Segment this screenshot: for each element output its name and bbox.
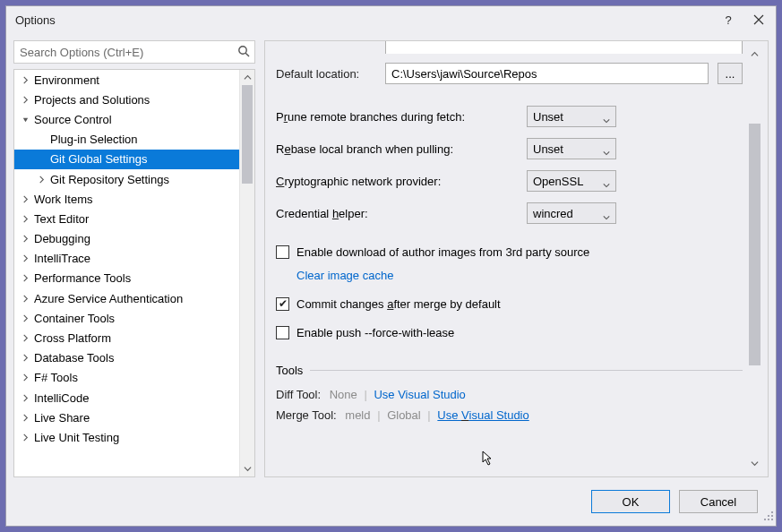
tree-expander-icon[interactable] — [20, 432, 30, 442]
tree-item[interactable]: IntelliTrace — [14, 249, 239, 269]
svg-point-0 — [239, 47, 246, 54]
section-divider — [310, 370, 743, 371]
resize-grip-icon[interactable] — [763, 511, 774, 524]
scroll-up-icon[interactable] — [747, 47, 762, 62]
tree-expander-icon[interactable] — [20, 74, 30, 85]
clear-image-cache-link[interactable]: Clear image cache — [296, 269, 393, 282]
tree-item[interactable]: Cross Platform — [14, 328, 239, 348]
cred-combo-value: wincred — [533, 207, 573, 220]
scroll-thumb[interactable] — [749, 124, 761, 365]
tree-item[interactable]: Container Tools — [14, 308, 239, 328]
tree-item[interactable]: Git Repository Settings — [14, 169, 239, 189]
tree-item[interactable]: F# Tools — [14, 368, 239, 388]
tree-item[interactable]: Plug-in Selection — [14, 130, 239, 150]
tree-item[interactable]: Text Editor — [14, 209, 239, 228]
tree-expander-icon[interactable] — [20, 193, 30, 204]
options-dialog: Options ? EnvironmentProjects and Soluti… — [5, 5, 777, 527]
tree-item-label: IntelliCode — [34, 391, 89, 405]
search-icon[interactable] — [237, 45, 250, 60]
search-box — [13, 40, 255, 64]
titlebar: Options ? — [6, 6, 776, 33]
tree-item[interactable]: Azure Service Authentication — [14, 288, 239, 308]
tree-item-label: Container Tools — [34, 312, 115, 325]
cred-label: Credential helper: — [276, 207, 527, 220]
ok-button[interactable]: OK — [591, 490, 670, 513]
author-images-checkbox[interactable] — [276, 245, 289, 259]
close-button[interactable] — [743, 8, 774, 31]
merge-tool-scope: Global — [387, 408, 421, 422]
tree-item-label: Git Repository Settings — [50, 173, 169, 186]
help-button[interactable]: ? — [713, 8, 743, 31]
cancel-button[interactable]: Cancel — [679, 490, 758, 513]
tree-item[interactable]: Live Share — [14, 408, 239, 427]
scroll-up-icon[interactable] — [240, 70, 254, 85]
tree-expander-icon[interactable] — [20, 253, 30, 264]
crypto-combo[interactable]: OpenSSL — [527, 170, 616, 192]
merge-tool-value: meld — [345, 408, 370, 422]
chevron-down-icon — [603, 210, 610, 224]
tree-item[interactable]: Live Unit Testing — [14, 427, 239, 447]
tree-expander-icon[interactable] — [36, 154, 47, 165]
tree-expander-icon[interactable] — [20, 412, 30, 423]
prune-label: Prune remote branches during fetch: — [276, 110, 527, 124]
tree-expander-icon[interactable] — [20, 213, 30, 224]
tree-expander-icon[interactable] — [20, 94, 30, 105]
chevron-down-icon — [603, 114, 610, 127]
panel-scrollbar[interactable] — [747, 47, 762, 471]
tree-item-label: Plug-in Selection — [50, 133, 138, 146]
tree-item-label: Source Control — [34, 113, 112, 126]
tree-item[interactable]: Database Tools — [14, 348, 239, 368]
default-location-input[interactable] — [385, 63, 709, 84]
cred-combo[interactable]: wincred — [527, 202, 616, 224]
tree-item[interactable]: Git Global Settings — [14, 150, 239, 169]
tree-expander-icon[interactable] — [20, 313, 30, 323]
tree-item[interactable]: Debugging — [14, 229, 239, 249]
diff-use-vs-link[interactable]: Use Visual Studio — [374, 388, 465, 401]
tree-item-label: F# Tools — [34, 371, 78, 384]
tree-expander-icon[interactable] — [36, 174, 47, 184]
email-field-clipped[interactable] — [385, 40, 743, 54]
merge-use-vs-link[interactable]: Use Visual Studio — [437, 408, 528, 422]
tree-expander-icon[interactable] — [20, 273, 30, 284]
tree-scrollbar[interactable] — [239, 70, 254, 476]
tree-item-label: Database Tools — [34, 351, 114, 365]
svg-point-3 — [771, 515, 773, 517]
force-with-lease-label: Enable push --force-with-lease — [296, 326, 454, 339]
crypto-combo-value: OpenSSL — [533, 175, 583, 188]
merge-tool-label: Merge Tool: — [276, 408, 337, 422]
force-with-lease-checkbox[interactable] — [276, 326, 289, 339]
search-input[interactable] — [13, 40, 255, 64]
tree-item[interactable]: IntelliCode — [14, 388, 239, 408]
scroll-down-icon[interactable] — [240, 461, 254, 476]
chevron-down-icon — [603, 146, 610, 159]
tree-expander-icon[interactable] — [20, 333, 30, 344]
browse-button[interactable]: ... — [718, 63, 743, 84]
tree-expander-icon[interactable] — [20, 293, 30, 304]
tree-item[interactable]: Source Control — [14, 109, 239, 129]
tree-expander-icon[interactable] — [20, 234, 30, 245]
scroll-thumb[interactable] — [242, 85, 253, 184]
tree-item[interactable]: Environment — [14, 70, 239, 90]
settings-panel: Default location: ... Prune remote branc… — [264, 40, 769, 477]
tree-item-label: Git Global Settings — [50, 152, 147, 166]
tree-item[interactable]: Projects and Solutions — [14, 90, 239, 109]
rebase-combo[interactable]: Unset — [527, 138, 616, 159]
svg-point-1 — [771, 519, 773, 520]
prune-combo[interactable]: Unset — [527, 106, 616, 127]
cancel-label: Cancel — [700, 495, 736, 509]
scroll-down-icon[interactable] — [747, 456, 762, 471]
tree-expander-icon[interactable] — [20, 373, 30, 383]
chevron-down-icon — [603, 178, 610, 192]
tree-item[interactable]: Performance Tools — [14, 269, 239, 288]
tree-expander-icon[interactable] — [20, 114, 30, 124]
left-pane: EnvironmentProjects and SolutionsSource … — [13, 40, 255, 477]
default-location-label: Default location: — [276, 67, 376, 81]
tree-expander-icon[interactable] — [36, 134, 47, 145]
commit-after-merge-checkbox[interactable] — [276, 297, 289, 311]
tree-item-label: Debugging — [34, 232, 90, 245]
tree-expander-icon[interactable] — [20, 392, 30, 403]
tree-item[interactable]: Work Items — [14, 189, 239, 209]
svg-point-2 — [768, 519, 769, 520]
tree-expander-icon[interactable] — [20, 353, 30, 364]
dialog-footer: OK Cancel — [6, 477, 776, 526]
